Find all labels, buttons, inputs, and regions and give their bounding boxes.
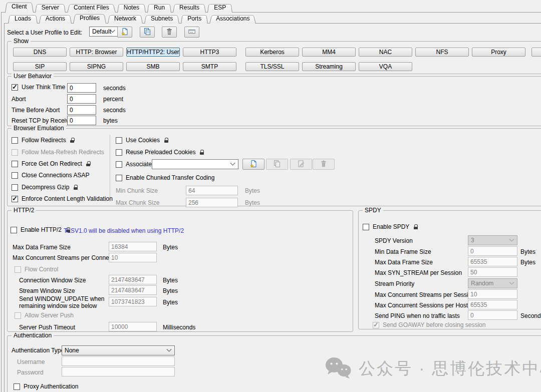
enable-http2-checkbox[interactable] <box>11 227 17 233</box>
user-think-time-input[interactable] <box>67 83 96 93</box>
spdy-goaway-label: Send GOAWAY before closing session <box>383 321 485 328</box>
browser-emulation-group: Browser Emulation Follow Redirects Follo… <box>7 128 541 206</box>
tab-client[interactable]: Client <box>5 1 34 13</box>
username-input <box>62 356 175 366</box>
secondary-tab-bar: Loads Actions Profiles Network Subnets P… <box>8 13 258 24</box>
time-before-abort-input[interactable] <box>67 105 96 115</box>
max-chunk-size-unit: Bytes <box>245 199 260 206</box>
show-group-title: Show <box>12 38 31 45</box>
http2-group-title: HTTP/2 <box>12 207 36 214</box>
abort-input[interactable] <box>67 94 96 104</box>
client-profiles-screen: Client Server Content Files Notes Run Re… <box>0 0 541 392</box>
decompress-gzip-checkbox[interactable] <box>12 184 18 191</box>
tab-esp[interactable]: ESP <box>207 3 232 13</box>
enforce-content-length-checkbox[interactable] <box>12 196 18 202</box>
force-get-on-redirect-checkbox[interactable] <box>12 161 18 167</box>
enable-spdy-row: Enable SPDY <box>363 223 418 230</box>
use-cookies-checkbox[interactable] <box>116 137 122 144</box>
show-button-proxy[interactable]: Proxy <box>472 48 525 57</box>
tab-notes[interactable]: Notes <box>117 3 146 13</box>
new-cookie-jar-button[interactable] <box>242 159 264 170</box>
spdy-max-frame-label: Max Data Frame Size <box>375 259 433 266</box>
tab-run[interactable]: Run <box>147 3 171 13</box>
tab-profiles[interactable]: Profiles <box>73 13 106 24</box>
associate-cookie-jar-checkbox[interactable] <box>116 161 122 168</box>
show-button-smb[interactable]: SMB <box>126 62 180 71</box>
authentication-type-dropdown[interactable]: None <box>62 345 175 355</box>
inner-panel-left-border <box>4 23 5 392</box>
proxy-authentication-checkbox[interactable] <box>14 383 20 390</box>
show-button-tls-ssl[interactable]: TLS/SSL <box>245 62 299 71</box>
edit-cookie-jar-button <box>290 159 312 170</box>
proxy-authentication-label: Proxy Authentication <box>24 383 78 390</box>
spdy-ping-unit: Seconds <box>520 312 541 319</box>
show-button-clipped[interactable] <box>531 48 541 57</box>
close-connections-asap-row: Close Connections ASAP <box>12 172 89 179</box>
tab-actions[interactable]: Actions <box>39 14 72 24</box>
tab-content-files[interactable]: Content Files <box>67 3 116 13</box>
tab-associations[interactable]: Associations <box>209 14 256 24</box>
spdy-max-streams-label: Max Concurrent Streams per Session <box>375 291 475 298</box>
tab-network[interactable]: Network <box>108 14 143 24</box>
show-button-smtp[interactable]: SMTP <box>183 62 236 71</box>
server-push-timeout-label: Server Push Timeout <box>19 324 75 331</box>
user-think-time-label: User Think Time <box>22 84 65 91</box>
reset-tcp-unit: bytes <box>103 117 118 124</box>
show-button-http-browser[interactable]: HTTP: Browser <box>70 48 123 57</box>
cookie-jar-dropdown[interactable] <box>152 159 238 169</box>
max-streams-per-connection-label: Max Concurrent Streams per Connection <box>13 254 122 261</box>
spdy-min-frame-unit: Bytes <box>520 248 535 255</box>
connection-window-size-unit: Bytes <box>163 277 178 284</box>
reuse-preloaded-cookies-checkbox[interactable] <box>116 149 122 156</box>
rename-profile-button[interactable] <box>184 27 199 38</box>
tab-loads[interactable]: Loads <box>8 14 38 24</box>
user-think-time-row: User Think Time <box>12 84 65 91</box>
show-button-sipng[interactable]: SIPNG <box>70 62 123 71</box>
spdy-ping-input <box>468 310 517 320</box>
spdy-max-frame-unit: Bytes <box>520 259 535 266</box>
show-button-sip[interactable]: SIP <box>13 62 67 71</box>
close-connections-asap-checkbox[interactable] <box>12 172 18 179</box>
spdy-stream-priority-label: Stream Priority <box>375 280 414 287</box>
enable-chunked-checkbox[interactable] <box>116 175 122 181</box>
tab-server[interactable]: Server <box>35 3 66 13</box>
tab-subnets[interactable]: Subnets <box>144 14 179 24</box>
tab-results[interactable]: Results <box>173 3 206 13</box>
show-button-nac[interactable]: NAC <box>359 48 412 57</box>
stream-window-size-unit: Bytes <box>163 287 178 294</box>
enforce-content-length-row: Enforce Content Length Validation <box>12 195 113 202</box>
show-button-dns[interactable]: DNS <box>13 48 67 57</box>
show-button-http-http2-user[interactable]: HTTP/HTTP2: User <box>126 48 180 57</box>
spdy-max-frame-input <box>468 257 517 266</box>
enable-http2-row: Enable HTTP/2 <box>11 226 70 233</box>
connection-window-size-label: Connection Window Size <box>19 277 86 284</box>
show-button-mm4[interactable]: MM4 <box>302 48 356 57</box>
reset-tcp-input[interactable] <box>67 116 96 125</box>
enable-http2-label: Enable HTTP/2 <box>21 226 62 233</box>
window-update-label: Send WINDOW_UPDATE when remaining window… <box>19 295 105 309</box>
new-profile-button[interactable] <box>117 27 132 38</box>
show-group: Show DNS HTTP: Browser HTTP/HTTP2: User … <box>7 41 541 74</box>
copy-profile-button[interactable] <box>140 27 155 38</box>
delete-profile-button[interactable] <box>162 27 177 38</box>
follow-redirects-label: Follow Redirects <box>22 137 66 144</box>
spdy-group: SPDY Enable SPDY SPDY Version 3 Min Data… <box>358 210 541 329</box>
tab-ports[interactable]: Ports <box>181 14 208 24</box>
max-data-frame-size-input <box>109 242 157 251</box>
reset-tcp-label: Reset TCP by Received <box>12 117 76 124</box>
window-update-label-line2: remaining window size below <box>19 302 105 309</box>
follow-redirects-checkbox[interactable] <box>12 137 18 144</box>
chevron-down-icon <box>509 236 514 241</box>
profile-select-dropdown[interactable]: Default <box>89 27 118 37</box>
show-button-vqa[interactable]: VQA <box>359 62 412 71</box>
spdy-min-frame-input <box>468 246 517 256</box>
show-button-nfs[interactable]: NFS <box>415 48 469 57</box>
lock-icon <box>413 224 418 229</box>
enable-spdy-checkbox[interactable] <box>363 224 369 230</box>
show-button-streaming[interactable]: Streaming <box>302 62 356 71</box>
user-think-time-checkbox[interactable] <box>12 84 18 91</box>
show-button-http3[interactable]: HTTP3 <box>183 48 236 57</box>
show-button-kerberos[interactable]: Kerberos <box>245 48 299 57</box>
enable-chunked-label: Enable Chunked Transfer Coding <box>126 174 214 181</box>
spdy-goaway-checkbox <box>373 322 379 328</box>
